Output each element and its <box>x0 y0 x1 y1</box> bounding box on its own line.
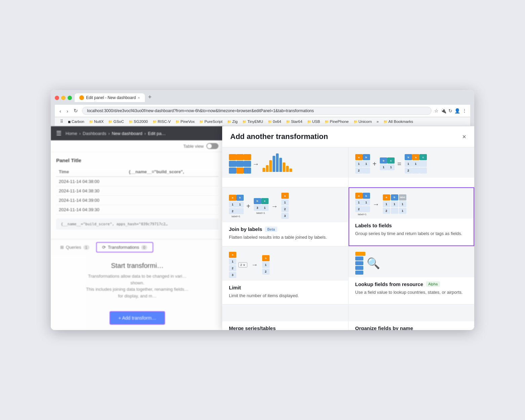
bookmark-sg2000[interactable]: 📁 SG2000 <box>127 119 150 124</box>
reload-button[interactable]: ↻ <box>72 107 79 114</box>
queries-label: Queries <box>66 245 81 250</box>
join-by-labels-card[interactable]: a b 1 1 2 label=1 + <box>222 187 348 246</box>
labels-to-fields-card[interactable]: a b 1 1 2 label=1 → <box>349 187 475 246</box>
bookmark-usb[interactable]: 📁 USB <box>305 119 322 124</box>
tab-favicon <box>79 95 84 100</box>
back-button[interactable]: ‹ <box>58 107 63 114</box>
queries-count: 1 <box>83 245 89 250</box>
beta-badge: Beta <box>265 227 277 232</box>
table-row: 2024-11-14 04:38:30 <box>56 186 218 196</box>
sync-button[interactable]: ↻ <box>448 108 452 113</box>
bookmark-pinephone[interactable]: 📁 PinePhone <box>323 119 351 124</box>
address-bar-row: ‹ › ↻ ☆ 🔌 ↻ 👤 ⋮ <box>55 105 470 117</box>
col-metric: {__name__="build_score", <box>126 167 218 177</box>
traffic-lights <box>55 96 72 100</box>
bookmark-riscv[interactable]: 📁 RISC-V <box>151 119 173 124</box>
table-view-toggle[interactable] <box>206 143 218 149</box>
lookup-title: Lookup fields from resource <box>355 281 423 287</box>
new-tab-button[interactable]: + <box>146 94 155 102</box>
bookmark-all[interactable]: 📁 All Bookmarks <box>381 119 415 124</box>
merge-tables-illustration: a b 1 1 2 + b c <box>349 147 475 178</box>
organize-fields-body: Organize fields by name Re-order, hide, … <box>349 321 475 330</box>
transformation-dialog: Add another transformation × <box>222 126 474 330</box>
lookup-illustration: 🔍 <box>349 246 475 277</box>
labels-fields-desc: Group series by time and return labels o… <box>355 230 468 237</box>
merge-tables-card-body <box>349 178 475 187</box>
bookmark-star64[interactable]: 📁 Star64 <box>284 119 305 124</box>
browser-actions: ☆ 🔌 ↻ 👤 ⋮ <box>434 108 467 113</box>
magnify-icon: 🔍 <box>367 257 380 270</box>
join-by-labels-body: Join by labels Beta Flatten labeled resu… <box>222 222 348 246</box>
table-row: 2024-11-14 04:39:00 <box>56 196 218 205</box>
transformations-tab[interactable]: ⟳ Transformations 0 <box>96 242 154 252</box>
transformations-count: 0 <box>141 245 147 250</box>
address-bar[interactable] <box>82 107 432 115</box>
close-traffic-light[interactable] <box>55 96 59 100</box>
breadcrumb-home[interactable]: Home <box>66 131 77 136</box>
organize-title: Organize fields by name <box>355 325 413 330</box>
bookmark-nuttx[interactable]: 📁 NuttX <box>87 119 106 124</box>
join-labels-title: Join by labels <box>229 226 262 232</box>
limit-illustration: a 1 2 3 <box>222 246 348 281</box>
plus-icon: + <box>373 160 377 168</box>
browser-window: Edit panel - New dashboard × + ‹ › ↻ ☆ 🔌… <box>51 90 474 330</box>
arrow-icon: → <box>252 160 259 168</box>
browser-controls: Edit panel - New dashboard × + <box>55 93 470 102</box>
join-labels-desc: Flatten labeled results into a table joi… <box>229 234 341 241</box>
table-view-label: Table view <box>183 144 204 149</box>
distribution-chart <box>261 155 293 173</box>
bookmark-unicorn[interactable]: 📁 Unicorn <box>352 119 374 124</box>
lookup-fields-card[interactable]: 🔍 Lookup fields from resource Alpha Use … <box>349 246 475 305</box>
bookmark-carbon[interactable]: ◼ Carbon <box>66 119 86 124</box>
transformations-label: Transformations <box>108 245 139 250</box>
bookmark-tinyemu[interactable]: 📁 TinyEMU <box>240 119 265 124</box>
extensions-button[interactable]: 🔌 <box>441 108 446 113</box>
merge-series-illustration <box>222 305 348 321</box>
arrow-icon: → <box>251 261 258 269</box>
bookmark-gsoc[interactable]: 📁 GSoC <box>106 119 126 124</box>
transformations-grid: → <box>222 147 474 330</box>
join-labels-illustration: a b 1 1 2 label=1 + <box>222 187 348 222</box>
minimize-traffic-light[interactable] <box>61 96 66 100</box>
app-container: ☰ Home › Dashboards › New dashboard › Ed… <box>51 126 474 330</box>
hamburger-icon[interactable]: ☰ <box>56 130 62 137</box>
tab-close-button[interactable]: × <box>138 96 140 100</box>
breadcrumb-new-dashboard[interactable]: New dashboard <box>112 131 142 136</box>
profile-button[interactable]: 👤 <box>454 108 460 113</box>
transform-desc4: for display, and m… <box>56 293 218 299</box>
organize-fields-card[interactable]: Organize fields by name Re-order, hide, … <box>349 305 475 330</box>
histogram-card[interactable]: → <box>222 147 348 187</box>
bookmarks-bar: ⠿ ◼ Carbon 📁 NuttX 📁 GSoC 📁 SG2000 📁 RIS… <box>55 117 470 126</box>
histogram-card-body <box>222 178 348 187</box>
limit-dropdown[interactable]: 2 ∨ <box>238 262 247 268</box>
lookup-body: Lookup fields from resource Alpha Use a … <box>349 277 475 301</box>
tab-bar: Edit panel - New dashboard × + <box>75 93 154 102</box>
bookmark-more[interactable]: » <box>374 119 380 124</box>
arrow-icon: → <box>271 202 278 210</box>
queries-tab[interactable]: ⊞ Queries 1 <box>56 243 93 252</box>
breadcrumb-edit[interactable]: Edit pa… <box>148 131 166 136</box>
bookmark-purescript[interactable]: 📁 PureScript <box>197 119 225 124</box>
merge-tables-card[interactable]: a b 1 1 2 + b c <box>349 147 475 187</box>
active-tab[interactable]: Edit panel - New dashboard × <box>75 93 145 102</box>
menu-button[interactable]: ⋮ <box>462 108 467 113</box>
bookmark-0x64[interactable]: 📁 0x64 <box>266 119 283 124</box>
dialog-close-button[interactable]: × <box>462 133 466 141</box>
bookmark-pinevox[interactable]: 📁 PineVox <box>173 119 197 124</box>
forward-button[interactable]: › <box>65 107 70 114</box>
add-transform-button[interactable]: + Add transform… <box>110 311 165 325</box>
transform-info: Start transformi… Transformations allow … <box>51 255 224 306</box>
transform-desc3: This includes joining data together, ren… <box>56 286 218 293</box>
lookup-bars <box>355 252 365 275</box>
bookmark-zig[interactable]: 📁 Zig <box>225 119 240 124</box>
merge-series-card[interactable]: Merge series/tables Merge multiple serie… <box>222 305 348 330</box>
labels-fields-title-row: Labels to fields <box>355 223 468 228</box>
transform-desc1: Transformations allow data to be changed… <box>56 273 218 280</box>
bookmarks-bar-apps[interactable]: ⠿ <box>58 119 65 125</box>
limit-desc: Limit the number of items displayed. <box>229 292 341 299</box>
bookmark-star-button[interactable]: ☆ <box>434 108 439 113</box>
maximize-traffic-light[interactable] <box>68 96 72 100</box>
breadcrumb-dashboards[interactable]: Dashboards <box>83 131 106 136</box>
limit-card[interactable]: a 1 2 3 <box>222 246 348 305</box>
lookup-title-row: Lookup fields from resource Alpha <box>355 281 468 287</box>
